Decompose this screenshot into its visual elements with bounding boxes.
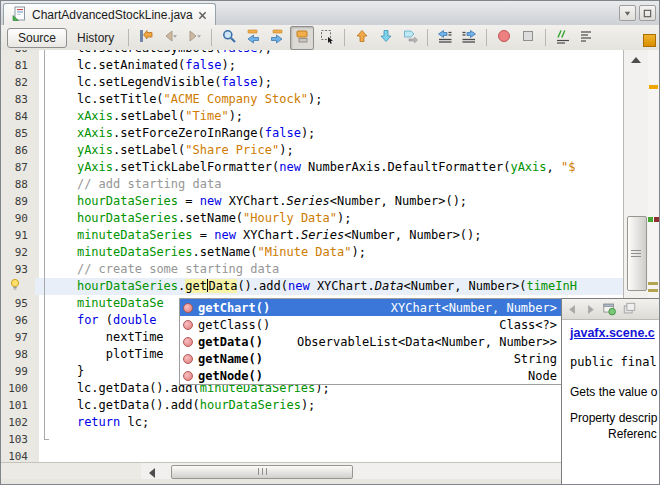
line-number[interactable]: 97 [1,329,35,346]
code-line[interactable]: 90 hourDataSeries.setName("Hourly Data")… [1,210,623,227]
fold-margin [35,380,48,397]
code-line[interactable]: 89 hourDataSeries = new XYChart.Series<N… [1,193,623,210]
code-line[interactable]: 104 [1,448,623,462]
completion-method-name: getChart() [198,301,270,315]
code-line[interactable]: 93 // create some starting data [1,261,623,278]
javadoc-package-link[interactable]: javafx.scene.c [570,326,660,340]
last-edit-location-button[interactable] [135,27,157,49]
line-number[interactable]: 95 [1,295,35,312]
previous-bookmark-button[interactable] [351,27,373,49]
maximize-button[interactable] [639,5,656,21]
history-button[interactable]: History [69,29,122,47]
code-line[interactable]: 102 return lc; [1,414,623,431]
jd-external-window-icon[interactable] [622,302,637,316]
code-area[interactable]: 80 lc.setCreateSymbols(false);81 lc.setA… [1,50,623,462]
scroll-left-arrow[interactable] [149,468,155,478]
rectangular-selection-button[interactable] [316,27,338,49]
shift-line-right-button[interactable] [458,27,480,49]
warning-stripe-badge[interactable] [643,34,656,47]
warning-mark[interactable] [649,85,658,89]
line-number[interactable]: 80 [1,50,35,57]
code-line[interactable]: 101 lc.getData().add(hourDataSeries); [1,397,623,414]
line-number[interactable]: 93 [1,261,35,278]
line-number[interactable]: 88 [1,176,35,193]
line-number[interactable]: 90 [1,210,35,227]
code-line[interactable]: 91 minuteDataSeries = new XYChart.Series… [1,227,623,244]
code-line[interactable]: 88 // add starting data [1,176,623,193]
scroll-up-arrow[interactable] [631,57,641,63]
completion-item[interactable]: getData()ObservableList<Data<Number, Num… [180,333,562,350]
fold-margin [35,227,48,244]
line-number[interactable]: 102 [1,414,35,431]
fold-margin [35,278,48,295]
goto-bookmark-button[interactable] [399,27,421,49]
tab-list-button[interactable] [619,5,636,21]
jd-forward-icon[interactable] [584,303,597,316]
find-previous-button[interactable] [242,27,264,49]
code-text: hourDataSeries.setName("Hourly Data"); [48,210,623,227]
line-number[interactable]: 104 [1,448,35,462]
line-number[interactable]: 83 [1,91,35,108]
member-mark-1[interactable] [648,282,658,285]
member-mark-2[interactable] [648,289,658,292]
line-number[interactable]: 98 [1,346,35,363]
line-number[interactable]: 86 [1,142,35,159]
tab-chartadvancedstockline[interactable]: ChartAdvancedStockLine.java [3,3,216,26]
tab-close-icon[interactable] [198,6,207,24]
stop-macro-recording-button[interactable] [517,27,539,49]
start-macro-recording-button[interactable] [493,27,515,49]
vertical-scroll-thumb[interactable] [627,216,647,291]
line-number[interactable]: 82 [1,74,35,91]
line-number[interactable]: 81 [1,57,35,74]
completion-item[interactable]: getChart()XYChart<Number, Number> [180,299,562,316]
code-line[interactable]: 80 lc.setCreateSymbols(false); [1,50,623,57]
toggle-highlight-search-button[interactable] [290,26,314,50]
forward-button[interactable] [183,27,205,49]
line-number[interactable]: 103 [1,431,35,448]
jd-back-icon[interactable] [566,303,579,316]
code-line[interactable]: 81 lc.setAnimated(false); [1,57,623,74]
code-line[interactable]: 103 [1,431,623,448]
source-button[interactable]: Source [7,28,67,48]
shift-line-left-button[interactable] [434,27,456,49]
line-number[interactable]: 84 [1,108,35,125]
code-line[interactable]: 84 xAxis.setLabel("Time"); [1,108,623,125]
code-line[interactable]: 83 lc.setTitle("ACME Company Stock"); [1,91,623,108]
completion-item[interactable]: getNode()Node [180,367,562,384]
line-number[interactable]: 99 [1,363,35,380]
find-button[interactable] [218,27,240,49]
find-next-button[interactable] [266,27,288,49]
method-icon [183,337,193,347]
line-number[interactable]: 87 [1,159,35,176]
editor-hint-icon[interactable] [1,278,35,295]
line-number[interactable]: 85 [1,125,35,142]
completion-item[interactable]: getName()String [180,350,562,367]
code-line[interactable]: hourDataSeries.getData().add(new XYChart… [1,278,623,295]
next-bookmark-button[interactable] [375,27,397,49]
code-line[interactable]: 85 xAxis.setForceZeroInRange(false); [1,125,623,142]
line-number[interactable]: 101 [1,397,35,414]
code-line[interactable]: 92 minuteDataSeries.setName("Minute Data… [1,244,623,261]
method-icon [183,371,193,381]
code-line[interactable]: 87 yAxis.setTickLabelFormatter(new Numbe… [1,159,623,176]
code-text: lc.setTitle("ACME Company Stock"); [48,91,623,108]
next-bookmark-icon [378,28,394,48]
line-number[interactable]: 91 [1,227,35,244]
fold-margin [35,108,48,125]
javadoc-description: Gets the value o [570,385,660,399]
line-number[interactable]: 96 [1,312,35,329]
back-button[interactable] [159,27,181,49]
completion-item[interactable]: getClass()Class<?> [180,316,562,333]
line-number[interactable]: 92 [1,244,35,261]
line-number[interactable]: 100 [1,380,35,397]
line-number[interactable]: 89 [1,193,35,210]
jd-show-in-browser-icon[interactable] [602,302,617,316]
uncomment-button[interactable] [576,27,598,49]
comment-button[interactable] [552,27,574,49]
occurrence-mark-red[interactable] [654,217,659,222]
code-line[interactable]: 86 yAxis.setLabel("Share Price"); [1,142,623,159]
occurrence-mark-green[interactable] [648,217,653,222]
horizontal-scroll-thumb[interactable] [171,465,353,479]
fold-margin [35,312,48,329]
code-line[interactable]: 82 lc.setLegendVisible(false); [1,74,623,91]
